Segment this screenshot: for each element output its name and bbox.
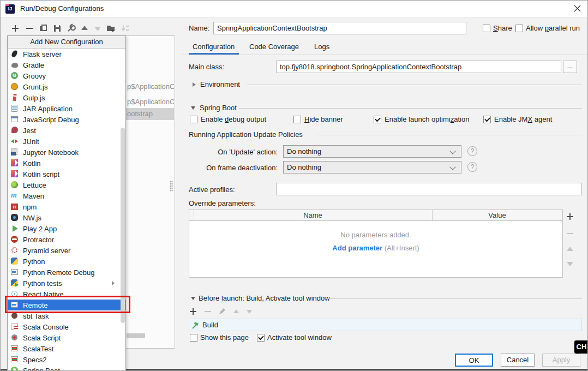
spring-boot-section-label[interactable]: Spring Boot (200, 104, 237, 112)
config-item-protractor[interactable]: Protractor (8, 234, 125, 245)
tab-logs[interactable]: Logs (314, 43, 329, 51)
add-parameter-link[interactable]: Add parameter (332, 244, 382, 252)
active-profiles-input[interactable] (276, 183, 582, 195)
override-parameters-table: Name Value No parameters added. Add para… (189, 210, 563, 278)
move-up-icon[interactable] (80, 23, 89, 33)
config-item-label: Protractor (23, 236, 54, 244)
table-move-up-icon[interactable] (566, 245, 574, 254)
config-item-lettuce[interactable]: Lettuce (8, 179, 125, 190)
name-label: Name: (189, 24, 209, 32)
scalaconsole-icon (10, 322, 19, 331)
browse-button[interactable]: ... (563, 61, 577, 73)
add-parameter-shortcut: (Alt+Insert) (385, 244, 419, 252)
enable-debug-output-label: Enable debug output (201, 115, 266, 123)
on-update-action-select[interactable]: Do nothing (283, 145, 461, 158)
create-new-folder-icon[interactable] (106, 23, 116, 33)
divider (239, 108, 582, 109)
enable-debug-output-checkbox[interactable] (190, 116, 197, 123)
main-class-input[interactable] (276, 61, 561, 73)
dialog-title: Run/Debug Configurations (20, 1, 104, 17)
divider (247, 85, 582, 85)
horizontal-scrollbar[interactable] (127, 333, 145, 338)
config-item-gradle[interactable]: Gradle (8, 59, 125, 70)
config-item-python-remote-debug[interactable]: Python Remote Debug (8, 267, 125, 278)
spring-boot-collapse-icon[interactable] (191, 106, 195, 110)
apply-button[interactable]: Apply (542, 354, 580, 367)
enable-jmx-agent-checkbox[interactable] (483, 116, 491, 123)
config-item-python-tests[interactable]: Python tests (8, 278, 125, 289)
show-this-page-checkbox[interactable] (190, 334, 197, 342)
before-launch-collapse-icon[interactable] (191, 297, 195, 300)
flask-icon (10, 50, 19, 58)
before-launch-move-down-icon[interactable] (245, 308, 253, 315)
splitter-grip[interactable] (170, 181, 173, 192)
config-item-scala-script[interactable]: Scala Script (8, 332, 125, 343)
activate-tool-window-checkbox[interactable] (257, 334, 265, 342)
config-item-kotlin-script[interactable]: Kotlin script (8, 169, 125, 179)
table-move-down-icon[interactable] (566, 259, 574, 268)
close-icon[interactable] (568, 1, 587, 17)
build-item-label: Build (202, 321, 218, 329)
config-item-junit[interactable]: JUnit (8, 136, 125, 147)
config-item-python[interactable]: Python (8, 256, 125, 267)
cancel-button[interactable]: Cancel (501, 354, 535, 367)
config-item-label: ScalaTest (23, 345, 53, 353)
config-item-npm[interactable]: npm (8, 201, 125, 212)
before-launch-add-icon[interactable] (189, 308, 197, 315)
config-item-flask-server[interactable]: Flask server (8, 49, 125, 59)
table-remove-icon[interactable] (566, 229, 574, 238)
move-down-icon[interactable] (93, 23, 103, 33)
allow-parallel-run-label: Allow parallel run (526, 24, 580, 32)
config-item-pyramid-server[interactable]: Pyramid server (8, 245, 125, 256)
config-item-javascript-debug[interactable]: JavaScript Debug (8, 114, 125, 125)
config-item-scalatest[interactable]: ScalaTest (8, 343, 125, 354)
divider (316, 135, 582, 135)
environment-section-label[interactable]: Environment (200, 80, 240, 88)
config-item-grunt-js[interactable]: Grunt.js (8, 81, 125, 92)
enable-launch-optimization-checkbox[interactable] (374, 116, 381, 123)
before-launch-edit-icon[interactable] (218, 308, 226, 315)
tab-code-coverage[interactable]: Code Coverage (249, 43, 299, 51)
share-checkbox[interactable] (483, 25, 490, 32)
config-item-play-2-app[interactable]: Play 2 App (8, 223, 125, 234)
enable-jmx-agent-label: Enable JMX agent (494, 115, 552, 123)
vertical-scrollbar[interactable] (121, 128, 125, 323)
on-frame-deactivation-select[interactable]: Do nothing (283, 161, 461, 173)
table-add-icon[interactable] (566, 212, 574, 221)
remove-icon[interactable] (25, 23, 34, 33)
hide-banner-checkbox[interactable] (293, 116, 301, 123)
ok-button[interactable]: OK (455, 354, 493, 367)
popup-header: Add New Configuration (8, 36, 125, 49)
copy-configuration-icon[interactable] (39, 23, 49, 33)
config-item-groovy[interactable]: Groovy (8, 70, 125, 81)
environment-expand-icon[interactable] (193, 82, 196, 87)
edit-templates-icon[interactable] (66, 23, 76, 33)
add-icon[interactable] (10, 23, 20, 33)
config-item-scala-console[interactable]: Scala Console (8, 321, 125, 332)
tab-configuration[interactable]: Configuration (193, 43, 235, 51)
allow-parallel-run-checkbox[interactable] (515, 25, 523, 32)
help-icon[interactable] (467, 162, 477, 172)
name-input[interactable] (213, 22, 466, 34)
config-item-jupyter-notebook[interactable]: Jupyter Notebook (8, 147, 125, 158)
before-launch-section-label[interactable]: Before launch: Build, Activate tool wind… (199, 294, 330, 302)
config-item-label: JAR Application (23, 105, 73, 113)
config-item-label: Jest (23, 127, 36, 135)
config-item-maven[interactable]: Maven (8, 190, 125, 201)
on-update-action-label: On 'Update' action: (202, 148, 278, 156)
before-launch-move-up-icon[interactable] (232, 308, 240, 315)
help-icon[interactable] (467, 146, 477, 156)
config-item-jar-application[interactable]: JAR Application (8, 103, 125, 114)
config-item-gulp-js[interactable]: Gulp.js (8, 92, 125, 103)
config-item-specs2[interactable]: Specs2 (8, 354, 125, 365)
save-configuration-icon[interactable] (52, 23, 62, 33)
config-item-label: Flask server (23, 50, 62, 58)
config-item-nw-js[interactable]: NW.js (8, 212, 125, 223)
before-launch-remove-icon[interactable] (204, 308, 212, 315)
config-item-spring-boot[interactable]: Spring Boot (8, 365, 125, 371)
config-item-jest[interactable]: Jest (8, 125, 125, 136)
groovy-icon (10, 71, 19, 80)
sort-configurations-icon[interactable] (120, 23, 130, 33)
before-launch-build-item[interactable]: Build (189, 319, 582, 331)
config-item-kotlin[interactable]: Kotlin (8, 158, 125, 169)
